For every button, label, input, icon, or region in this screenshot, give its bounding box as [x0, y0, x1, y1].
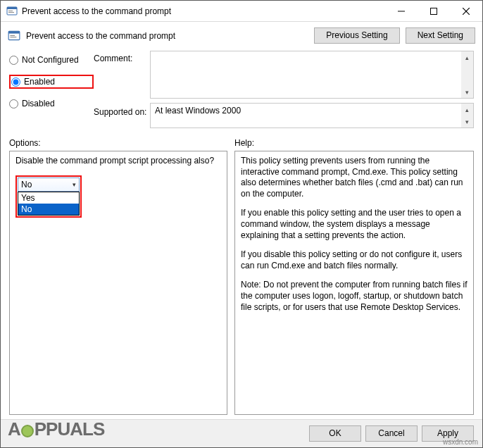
maximize-button[interactable] — [418, 1, 450, 21]
supported-on-textbox: At least Windows 2000 ▴ ▾ — [150, 103, 474, 128]
gpedit-policy-window: Prevent access to the command prompt Pre… — [0, 0, 483, 448]
radio-label: Disabled — [22, 99, 55, 108]
help-paragraph: Note: Do not prevent the computer from r… — [241, 280, 468, 313]
help-paragraph: If you enable this policy setting and th… — [241, 208, 468, 241]
script-processing-combo[interactable]: No ▾ — [18, 178, 80, 192]
supported-on-value: At least Windows 2000 — [155, 106, 241, 116]
cancel-button[interactable]: Cancel — [365, 425, 418, 442]
svg-rect-3 — [8, 12, 14, 13]
radio-label: Enabled — [24, 77, 55, 87]
ok-button[interactable]: OK — [309, 425, 361, 442]
comment-label: Comment: — [94, 51, 150, 63]
apply-button[interactable]: Apply — [422, 425, 474, 442]
previous-setting-button[interactable]: Previous Setting — [314, 27, 399, 44]
scroll-up-icon[interactable]: ▴ — [461, 51, 473, 63]
dropdown-highlight: No ▾ Yes No — [15, 175, 82, 218]
scroll-down-icon[interactable]: ▾ — [461, 116, 473, 127]
close-button[interactable] — [450, 1, 482, 21]
policy-icon — [6, 6, 18, 17]
radio-not-configured-input[interactable] — [9, 56, 18, 65]
svg-rect-9 — [8, 31, 20, 33]
window-title: Prevent access to the command prompt — [22, 6, 385, 16]
radio-not-configured[interactable]: Not Configured — [9, 55, 94, 65]
svg-rect-5 — [431, 8, 437, 14]
combo-item-no[interactable]: No — [18, 204, 79, 215]
combo-dropdown-list: Yes No — [18, 192, 80, 216]
svg-rect-11 — [10, 37, 16, 37]
svg-line-7 — [463, 8, 470, 15]
next-setting-button[interactable]: Next Setting — [406, 27, 475, 44]
config-area: Not Configured Enabled Disabled Comment:… — [1, 48, 482, 134]
state-radio-group: Not Configured Enabled Disabled — [9, 51, 94, 108]
header: Prevent access to the command prompt Pre… — [1, 22, 482, 48]
radio-label: Not Configured — [22, 55, 79, 65]
help-paragraph: This policy setting prevents users from … — [241, 156, 468, 199]
svg-line-6 — [463, 8, 470, 15]
policy-icon — [8, 30, 20, 42]
help-paragraph: If you disable this policy setting or do… — [241, 249, 468, 271]
chevron-down-icon: ▾ — [73, 181, 76, 188]
section-labels: Options: Help: — [1, 134, 482, 151]
nav-buttons: Previous Setting Next Setting — [314, 27, 475, 44]
radio-disabled-input[interactable] — [9, 99, 18, 108]
svg-rect-1 — [7, 7, 17, 9]
radio-enabled-input[interactable] — [11, 77, 20, 87]
supported-on-label: Supported on: — [94, 103, 150, 117]
footer: OK Cancel Apply — [1, 419, 482, 447]
svg-rect-2 — [8, 11, 13, 11]
options-label: Options: — [9, 138, 227, 148]
svg-rect-10 — [10, 35, 15, 35]
scroll-up-icon[interactable]: ▴ — [461, 104, 473, 116]
combo-value: No — [21, 180, 32, 189]
window-controls — [385, 1, 482, 21]
radio-disabled[interactable]: Disabled — [9, 99, 94, 108]
help-label: Help: — [234, 138, 254, 148]
header-title: Prevent access to the command prompt — [26, 31, 308, 41]
radio-enabled[interactable]: Enabled — [9, 75, 94, 89]
scroll-down-icon[interactable]: ▾ — [461, 86, 473, 98]
options-panel: Disable the command prompt script proces… — [9, 151, 227, 415]
help-panel: This policy setting prevents users from … — [234, 151, 474, 415]
option-question: Disable the command prompt script proces… — [15, 156, 221, 166]
panels: Disable the command prompt script proces… — [1, 151, 482, 419]
titlebar: Prevent access to the command prompt — [1, 1, 482, 22]
comment-textbox[interactable]: ▴ ▾ — [150, 51, 474, 99]
minimize-button[interactable] — [385, 1, 418, 21]
scrollbar[interactable]: ▴ ▾ — [461, 104, 473, 127]
combo-item-yes[interactable]: Yes — [18, 192, 79, 204]
scrollbar[interactable]: ▴ ▾ — [461, 51, 473, 98]
